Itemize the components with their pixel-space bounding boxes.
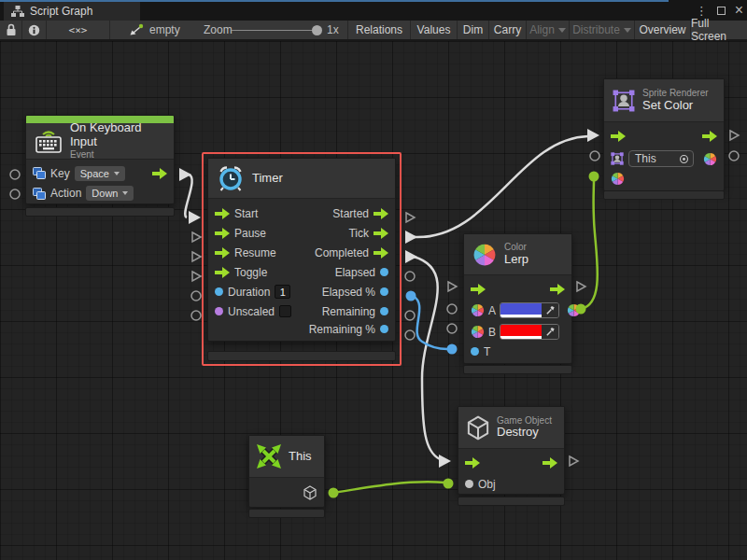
self-icon <box>257 444 281 469</box>
sprite-renderer-icon <box>611 152 624 165</box>
port-row-obj: Obj <box>458 474 564 494</box>
graph-canvas[interactable]: On Keyboard Input Event Key Space <box>0 41 747 560</box>
color-input-port[interactable] <box>611 172 625 186</box>
graph-breadcrumb[interactable]: empty <box>129 21 180 39</box>
node-title: Lerp <box>504 253 529 267</box>
graph-toolbar: <×> empty Zoom 1x Relations Values Dim C… <box>0 21 747 41</box>
flow-input-port[interactable] <box>215 247 230 259</box>
flow-input-port[interactable] <box>611 131 626 142</box>
value-input-port[interactable] <box>215 307 223 315</box>
value-output-port[interactable] <box>380 287 388 296</box>
node-sprite-set-color[interactable]: Sprite Renderer Set Color <box>603 78 725 191</box>
port-row-target: This <box>604 147 724 170</box>
object-picker-icon[interactable] <box>679 154 689 164</box>
node-timer[interactable]: Timer Start Started Pause Tick Resum <box>207 158 396 342</box>
value-output-port[interactable] <box>380 268 388 276</box>
flow-output-port[interactable] <box>374 228 388 239</box>
node-this[interactable]: This <box>248 435 325 508</box>
node-title: On Keyboard Input <box>70 121 165 149</box>
flow-input-port[interactable] <box>215 208 230 219</box>
value-output-port[interactable] <box>380 307 388 315</box>
flow-input-port[interactable] <box>215 228 230 239</box>
enum-icon <box>33 188 46 200</box>
color-output-port[interactable] <box>703 152 717 166</box>
node-footer <box>458 497 565 506</box>
fullscreen-button[interactable]: Full Screen <box>691 21 747 39</box>
info-button[interactable] <box>22 21 47 39</box>
distribute-dropdown[interactable]: Distribute <box>570 21 635 39</box>
color-wheel-icon <box>471 325 485 339</box>
debug-connections-button[interactable]: <×> <box>47 21 110 39</box>
port-row-a: A <box>464 300 571 321</box>
action-dropdown[interactable]: Down <box>86 186 134 201</box>
keyboard-icon <box>35 128 63 154</box>
value-input-port[interactable] <box>465 480 473 488</box>
color-swatch-a[interactable] <box>500 302 559 318</box>
zoom-slider-track[interactable] <box>232 30 312 31</box>
node-title: Timer <box>252 172 283 186</box>
value-input-port[interactable] <box>215 287 223 296</box>
port-row-color <box>604 170 724 190</box>
key-dropdown[interactable]: Space <box>75 166 125 181</box>
values-button[interactable]: Values <box>411 21 458 39</box>
flow-output-port[interactable] <box>543 457 557 469</box>
game-object-output-port[interactable] <box>303 485 317 500</box>
flow-output-port[interactable] <box>550 284 565 295</box>
window-close-icon[interactable]: × <box>735 3 743 18</box>
dim-button[interactable]: Dim <box>458 21 489 39</box>
target-object-field[interactable]: This <box>628 150 694 167</box>
carry-button[interactable]: Carry <box>489 21 527 39</box>
port-row: Unscaled Remaining <box>208 301 395 321</box>
unscaled-checkbox[interactable] <box>279 305 291 317</box>
node-title: Destroy <box>497 426 552 440</box>
zoom-label: Zoom <box>204 21 233 39</box>
action-label: Action <box>50 187 81 200</box>
flow-input-port[interactable] <box>465 457 480 469</box>
flow-output-port[interactable] <box>152 168 167 179</box>
code-glyph: <×> <box>69 24 88 36</box>
node-on-keyboard-input[interactable]: On Keyboard Input Event Key Space <box>25 115 175 204</box>
port-row: Resume Completed <box>208 243 395 262</box>
port-row-key: Key Space <box>26 163 174 183</box>
port-row: Start Started <box>208 203 395 223</box>
node-footer <box>25 207 175 217</box>
color-swatch-b[interactable] <box>500 324 559 340</box>
zoom-value: 1x <box>327 21 339 39</box>
port-row-self-out <box>249 478 324 507</box>
timer-icon <box>217 164 245 192</box>
flow-output-port[interactable] <box>702 131 717 142</box>
node-color-lerp[interactable]: Color Lerp A <box>463 233 572 364</box>
node-title: This <box>289 450 312 464</box>
color-output-port[interactable] <box>567 303 581 317</box>
value-output-port[interactable] <box>380 325 388 333</box>
flow-output-port[interactable] <box>374 247 388 259</box>
node-subtitle: Event <box>70 149 165 161</box>
breadcrumb-label: empty <box>149 23 180 36</box>
port-row <box>604 125 724 147</box>
value-input-port[interactable] <box>471 347 479 356</box>
chevron-down-icon <box>114 172 120 175</box>
color-wheel-icon <box>471 303 485 317</box>
relations-button[interactable]: Relations <box>347 21 411 39</box>
window-menu-icon[interactable]: ⋮ <box>696 5 708 17</box>
port-row-t: T <box>464 343 571 363</box>
color-wheel-icon <box>472 243 497 267</box>
tab-title: Script Graph <box>30 5 92 18</box>
tab-script-graph[interactable]: Script Graph <box>4 2 140 21</box>
duration-input[interactable]: 1 <box>275 285 290 299</box>
node-title: Set Color <box>642 99 709 113</box>
port-row: Duration 1 Elapsed % <box>208 282 395 301</box>
lock-button[interactable] <box>0 21 22 39</box>
node-footer <box>207 351 396 361</box>
align-dropdown[interactable]: Align <box>527 21 570 39</box>
flow-output-port[interactable] <box>374 208 388 219</box>
flow-input-port[interactable] <box>471 284 486 295</box>
node-destroy[interactable]: Game Object Destroy Obj <box>458 406 565 495</box>
eyedropper-icon[interactable] <box>542 303 558 317</box>
overview-button[interactable]: Overview <box>635 21 691 39</box>
zoom-slider-handle[interactable] <box>312 25 322 35</box>
port-row <box>458 452 564 474</box>
flow-input-port[interactable] <box>215 267 230 278</box>
window-maximize-icon[interactable] <box>717 7 726 15</box>
eyedropper-icon[interactable] <box>542 325 558 339</box>
